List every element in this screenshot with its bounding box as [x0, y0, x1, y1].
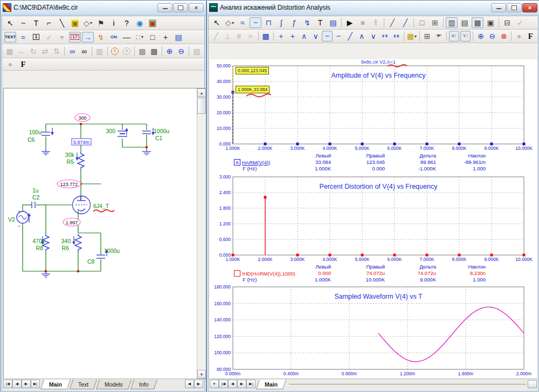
- browse-web-button[interactable]: ◉: [134, 18, 146, 29]
- text-attributes-button[interactable]: TEXT: [4, 32, 16, 43]
- copy-visible-picture-button[interactable]: ▩: [149, 46, 160, 57]
- show-device-state-button[interactable]: ON: [108, 32, 120, 43]
- zoom-window-button[interactable]: ⊓: [262, 17, 274, 28]
- flag-mode-button[interactable]: ⚑: [95, 18, 107, 29]
- next-page-button[interactable]: ▶: [22, 380, 31, 388]
- properties-button[interactable]: ▤: [327, 17, 339, 28]
- component-mode-button[interactable]: ▣: [69, 18, 81, 29]
- next-simulation-point-button[interactable]: ~: [322, 31, 332, 42]
- data-grid-button[interactable]: ⊞: [429, 17, 441, 28]
- scrollbar-handle[interactable]: [528, 380, 537, 388]
- prev-page-button[interactable]: ◀: [228, 380, 237, 388]
- go-to-valley-button[interactable]: ∨: [310, 31, 321, 42]
- horizontal-scrollbar[interactable]: [289, 384, 526, 384]
- schematic-titlebar[interactable]: C:\MC9\DATA\6н9c.cir ×: [1, 1, 206, 15]
- last-page-button[interactable]: ▶|: [31, 380, 40, 388]
- global-max-button[interactable]: ∧∧: [391, 31, 402, 42]
- scroll-tabs-left-button[interactable]: ◀: [185, 380, 194, 388]
- zoom-off-button[interactable]: ⊗: [499, 31, 509, 42]
- run-button[interactable]: ▶: [344, 17, 356, 28]
- cursor-right-button[interactable]: +: [287, 31, 298, 42]
- help-mode-button[interactable]: ?: [121, 18, 133, 29]
- component-properties-button[interactable]: ▤: [172, 32, 184, 43]
- wave-probe-button[interactable]: ↯: [301, 17, 313, 28]
- shape-mode-dropdown-icon[interactable]: ▾: [90, 20, 92, 25]
- show-analysis-curve-button[interactable]: ≈: [17, 32, 29, 43]
- shape-mode-dropdown-icon[interactable]: ▾: [232, 20, 234, 25]
- first-page-button[interactable]: |◀: [3, 380, 12, 388]
- scroll-thumb[interactable]: [197, 98, 206, 114]
- show-node-voltages-button[interactable]: 17: [69, 32, 81, 43]
- tab-text[interactable]: Text: [70, 380, 97, 389]
- last-page-button[interactable]: ▶|: [246, 380, 255, 388]
- page-list-button[interactable]: ▾: [210, 380, 219, 388]
- split-horizontal-button[interactable]: ⊟: [501, 17, 513, 28]
- schematic-vscrollbar[interactable]: ▲ ▼: [197, 88, 206, 379]
- restore-button[interactable]: [507, 3, 522, 12]
- log-tool-button[interactable]: ƒ: [288, 17, 300, 28]
- scroll-tabs-right-button[interactable]: ▶: [194, 380, 203, 388]
- font-button[interactable]: F: [526, 31, 536, 42]
- minimize-button[interactable]: [491, 3, 506, 12]
- select-tool-button[interactable]: ↖: [211, 17, 223, 28]
- show-node-numbers-button[interactable]: 1: [30, 32, 42, 43]
- close-file-button[interactable]: ▣: [147, 18, 158, 29]
- y-axis-autoscale-button[interactable]: Y↕: [460, 31, 471, 42]
- find-in-curve-button[interactable]: ∞: [67, 46, 78, 57]
- tab-main[interactable]: Main: [256, 380, 286, 389]
- next-page-button[interactable]: ▶: [237, 380, 246, 388]
- close-button[interactable]: ×: [189, 3, 204, 12]
- scroll-down-button[interactable]: ▼: [197, 370, 206, 379]
- cursor-left-button[interactable]: +: [276, 31, 286, 42]
- prev-simulation-point-button[interactable]: ~: [334, 31, 344, 42]
- scroll-up-button[interactable]: ▲: [197, 88, 206, 97]
- tile-horizontal-button[interactable]: ▤: [459, 17, 471, 28]
- restore-button[interactable]: [173, 3, 188, 12]
- shape-mode-button[interactable]: ◇▾: [224, 17, 236, 28]
- waveform-select-button[interactable]: ~: [250, 17, 261, 28]
- local-min-button[interactable]: ∨: [368, 31, 378, 42]
- tile-vertical-button[interactable]: ▥: [446, 17, 458, 28]
- zoom-in-button[interactable]: ⊕: [164, 46, 175, 57]
- numeric-output-button[interactable]: ⊞: [422, 31, 432, 42]
- grid-options-button[interactable]: ∷▾: [134, 32, 146, 43]
- show-pin-connections-button[interactable]: —: [121, 32, 133, 43]
- cursor-value-tags-button[interactable]: 'P': [433, 31, 444, 42]
- show-power-button[interactable]: ↯: [95, 32, 107, 43]
- plot-area[interactable]: 50.00040.00030.00020.00010.0000.0001.000…: [210, 59, 537, 379]
- prev-page-button[interactable]: ◀: [12, 380, 22, 388]
- clip-region-button[interactable]: □: [416, 17, 428, 28]
- info-mode-button[interactable]: i: [108, 18, 120, 29]
- font-button[interactable]: F: [17, 59, 29, 70]
- text-mode-button[interactable]: T: [30, 18, 42, 29]
- show-errors-button[interactable]: !: [109, 46, 120, 57]
- x-axis-autoscale-button[interactable]: X↕: [449, 31, 459, 42]
- copy-picture-button[interactable]: ▩: [137, 46, 148, 57]
- grid-options-dropdown-icon[interactable]: ▾: [141, 35, 143, 39]
- show-currents-button[interactable]: →: [82, 32, 94, 43]
- zoom-in-button[interactable]: ⊕: [475, 31, 486, 42]
- go-to-slope-button[interactable]: ╱: [345, 31, 355, 42]
- diag-wire-mode-button[interactable]: ╲: [56, 18, 68, 29]
- close-button[interactable]: ×: [522, 3, 537, 12]
- text-mode-button[interactable]: T: [314, 17, 326, 28]
- find-button[interactable]: ∞: [79, 46, 89, 57]
- tab-main[interactable]: Main: [40, 380, 71, 389]
- shape-mode-button[interactable]: ◇▾: [82, 18, 94, 29]
- tab-models[interactable]: Models: [96, 380, 132, 389]
- overlay-plots-button[interactable]: ▦: [472, 17, 483, 28]
- tab-info[interactable]: Info: [130, 380, 157, 389]
- first-page-button[interactable]: |◀: [219, 380, 228, 388]
- data-points-dropdown-icon[interactable]: ▾: [414, 34, 417, 39]
- show-border-button[interactable]: □: [147, 32, 158, 43]
- schematic-canvas[interactable]: + – 300 123.772 1.997: [3, 88, 206, 379]
- ortho-wire-mode-button[interactable]: ¬: [43, 18, 55, 29]
- polyline-tool-button[interactable]: ╱: [399, 17, 411, 28]
- global-min-button[interactable]: ∨∨: [379, 31, 390, 42]
- zoom-out-button[interactable]: ⊖: [176, 46, 186, 57]
- data-points-button[interactable]: ▦▾: [406, 31, 417, 42]
- cursor-options-button[interactable]: ▩: [260, 31, 271, 42]
- minimize-button[interactable]: [157, 3, 172, 12]
- local-max-button[interactable]: ∧: [356, 31, 367, 42]
- select-tool-button[interactable]: ↖: [4, 18, 16, 29]
